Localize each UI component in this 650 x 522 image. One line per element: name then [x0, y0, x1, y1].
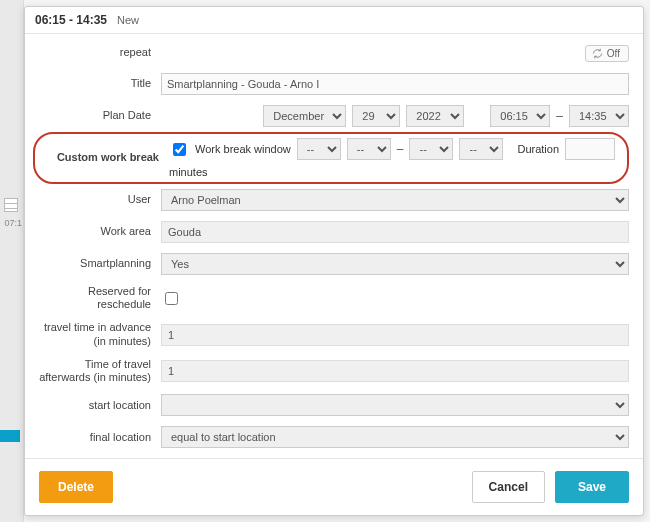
row-plan-date: Plan Date December 29 2022 06:15 – 14:35 — [33, 100, 629, 132]
header-time: 06:15 - 14:35 — [35, 13, 107, 27]
header-status: New — [117, 14, 139, 26]
start-location-select[interactable] — [161, 394, 629, 416]
duration-unit: minutes — [169, 166, 208, 178]
break-m2-select[interactable]: -- — [459, 138, 503, 160]
grid-icon — [4, 198, 18, 212]
label-work-area: Work area — [33, 225, 161, 238]
plan-end-select[interactable]: 14:35 — [569, 105, 629, 127]
duration-input[interactable] — [565, 138, 615, 160]
delete-button[interactable]: Delete — [39, 471, 113, 503]
event-modal: 06:15 - 14:35 New repeat Off Title Plan … — [24, 6, 644, 516]
plan-day-select[interactable]: 29 — [352, 105, 400, 127]
label-title: Title — [33, 77, 161, 90]
row-start-location: start location — [33, 389, 629, 421]
title-input[interactable] — [161, 73, 629, 95]
duration-label: Duration — [517, 143, 559, 155]
travel-before-field[interactable]: 1 — [161, 324, 629, 346]
label-user: User — [33, 193, 161, 206]
plan-month-select[interactable]: December — [263, 105, 346, 127]
modal-header: 06:15 - 14:35 New — [25, 7, 643, 34]
label-final-location: final location — [33, 431, 161, 444]
custom-break-checkbox[interactable] — [173, 143, 186, 156]
label-custom-break: Custom work break — [41, 151, 169, 164]
row-repeat: repeat Off — [33, 38, 629, 68]
row-travel-before: travel time in advance (in minutes) 1 — [33, 316, 629, 352]
save-button[interactable]: Save — [555, 471, 629, 503]
row-user: User Arno Poelman — [33, 184, 629, 216]
row-title: Title — [33, 68, 629, 100]
travel-after-field[interactable]: 1 — [161, 360, 629, 382]
work-area-field[interactable]: Gouda — [161, 221, 629, 243]
user-select[interactable]: Arno Poelman — [161, 189, 629, 211]
smartplanning-select[interactable]: Yes — [161, 253, 629, 275]
break-h2-select[interactable]: -- — [409, 138, 453, 160]
label-plan-date: Plan Date — [33, 109, 161, 122]
row-custom-break: Custom work break Work break window -- -… — [33, 132, 629, 184]
label-travel-after: Time of travel afterwards (in minutes) — [33, 358, 161, 384]
row-work-area: Work area Gouda — [33, 216, 629, 248]
final-location-select[interactable]: equal to start location — [161, 426, 629, 448]
row-reserved: Reserved for reschedule — [33, 280, 629, 316]
label-travel-before: travel time in advance (in minutes) — [33, 321, 161, 347]
label-reserved: Reserved for reschedule — [33, 285, 161, 311]
timeline-event — [0, 430, 20, 442]
break-m1-select[interactable]: -- — [347, 138, 391, 160]
refresh-icon — [592, 48, 603, 59]
repeat-toggle[interactable]: Off — [585, 45, 629, 62]
break-dash: – — [397, 142, 404, 156]
plan-dash: – — [556, 109, 563, 123]
label-start-location: start location — [33, 399, 161, 412]
timeline-slot: 07:1 — [0, 218, 24, 228]
modal-footer: Delete Cancel Save — [25, 458, 643, 515]
label-repeat: repeat — [33, 46, 161, 59]
row-travel-after: Time of travel afterwards (in minutes) 1 — [33, 353, 629, 389]
cancel-button[interactable]: Cancel — [472, 471, 545, 503]
plan-year-select[interactable]: 2022 — [406, 105, 464, 127]
work-break-window-label: Work break window — [195, 143, 291, 155]
plan-start-select[interactable]: 06:15 — [490, 105, 550, 127]
break-h1-select[interactable]: -- — [297, 138, 341, 160]
row-smartplanning: Smartplanning Yes — [33, 248, 629, 280]
repeat-toggle-label: Off — [607, 48, 620, 59]
reserved-checkbox[interactable] — [165, 292, 178, 305]
label-smartplanning: Smartplanning — [33, 257, 161, 270]
row-final-location: final location equal to start location — [33, 421, 629, 453]
form-body: repeat Off Title Plan Date December 29 2… — [25, 34, 643, 458]
